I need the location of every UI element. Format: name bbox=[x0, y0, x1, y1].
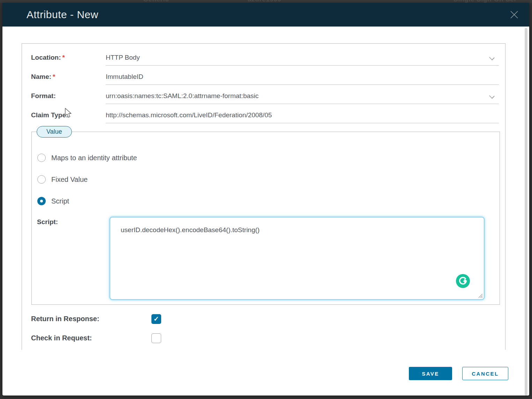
claim-type-label: Claim Type: bbox=[22, 110, 106, 119]
return-in-response-row: Return in Response: bbox=[22, 314, 505, 324]
dialog-title: Attribute - New bbox=[2, 9, 98, 21]
textarea-resize-handle[interactable] bbox=[477, 293, 483, 298]
check-in-request-row: Check in Request: bbox=[22, 333, 505, 343]
dialog-header: Attribute - New bbox=[2, 3, 529, 27]
radio-button-maps-to-identity[interactable] bbox=[37, 154, 46, 162]
background-text-fragment: Single Sign-On Ser bbox=[454, 0, 517, 3]
check-in-request-checkbox[interactable] bbox=[151, 333, 161, 343]
script-label: Script: bbox=[32, 217, 110, 300]
field-row-name: Name:* ImmutableID bbox=[22, 72, 505, 85]
dialog-body: Location:* HTTP Body Name:* ImmutableID … bbox=[2, 27, 529, 353]
location-label-text: Location: bbox=[31, 54, 61, 61]
field-row-location: Location:* HTTP Body bbox=[22, 53, 505, 66]
value-tab[interactable]: Value bbox=[37, 126, 72, 138]
name-label-text: Name: bbox=[31, 73, 51, 80]
value-section-panel: Value Maps to an identity attribute Fixe… bbox=[31, 132, 500, 305]
field-row-claim-type: Claim Type: http://schemas.microsoft.com… bbox=[22, 110, 505, 123]
format-select[interactable]: urn:oasis:names:tc:SAML:2.0:attrname-for… bbox=[106, 91, 499, 104]
script-textarea-container: userID.decodeHex().encodeBase64().toStri… bbox=[110, 217, 485, 300]
attribute-form-panel: Location:* HTTP Body Name:* ImmutableID … bbox=[22, 43, 505, 350]
radio-label: Fixed Value bbox=[51, 176, 88, 184]
format-label: Format: bbox=[22, 91, 106, 100]
radio-button-script[interactable] bbox=[37, 197, 46, 205]
location-value: HTTP Body bbox=[106, 54, 140, 61]
cancel-button[interactable]: CANCEL bbox=[462, 367, 508, 380]
grammarly-icon[interactable] bbox=[456, 274, 470, 288]
location-label: Location:* bbox=[22, 53, 106, 61]
claim-type-value: http://schemas.microsoft.com/LiveID/Fede… bbox=[106, 111, 272, 119]
name-value: ImmutableID bbox=[106, 73, 143, 80]
save-button[interactable]: SAVE bbox=[409, 367, 452, 380]
claim-type-label-text: Claim Type: bbox=[31, 111, 68, 119]
close-icon bbox=[509, 10, 519, 20]
close-button[interactable] bbox=[508, 9, 520, 21]
radio-row-fixed-value[interactable]: Fixed Value bbox=[37, 175, 500, 184]
field-row-format: Format: urn:oasis:names:tc:SAML:2.0:attr… bbox=[22, 91, 505, 104]
chevron-down-icon[interactable] bbox=[489, 93, 495, 99]
radio-label: Maps to an identity attribute bbox=[51, 154, 137, 162]
radio-label: Script bbox=[51, 197, 69, 205]
script-field-row: Script: userID.decodeHex().encodeBase64(… bbox=[32, 217, 500, 300]
chevron-down-icon[interactable] bbox=[489, 55, 495, 60]
background-text-fragment: azure1900 bbox=[248, 0, 281, 3]
radio-row-maps-to-identity[interactable]: Maps to an identity attribute bbox=[37, 154, 500, 162]
format-value: urn:oasis:names:tc:SAML:2.0:attrname-for… bbox=[106, 92, 258, 99]
return-in-response-label: Return in Response: bbox=[22, 315, 151, 323]
format-label-text: Format: bbox=[31, 92, 56, 99]
radio-row-script[interactable]: Script bbox=[37, 197, 500, 205]
dialog-footer: SAVE CANCEL bbox=[409, 367, 508, 380]
attribute-new-dialog: Attribute - New Location:* HTTP Body Nam… bbox=[2, 3, 529, 396]
required-asterisk: * bbox=[53, 73, 55, 80]
name-label: Name:* bbox=[22, 72, 106, 81]
dialog-scrollbar[interactable] bbox=[525, 28, 527, 396]
name-input[interactable]: ImmutableID bbox=[106, 72, 499, 85]
required-asterisk: * bbox=[62, 54, 65, 61]
claim-type-input[interactable]: http://schemas.microsoft.com/LiveID/Fede… bbox=[106, 110, 499, 123]
radio-button-fixed-value[interactable] bbox=[37, 175, 46, 184]
location-select[interactable]: HTTP Body bbox=[106, 53, 499, 66]
return-in-response-checkbox[interactable] bbox=[151, 314, 161, 324]
check-in-request-label: Check in Request: bbox=[22, 334, 151, 342]
background-text-fragment: Generic bbox=[143, 0, 169, 3]
dimmed-background-page: Generic azure1900 Single Sign-On Ser bbox=[0, 0, 532, 3]
script-textarea[interactable]: userID.decodeHex().encodeBase64().toStri… bbox=[110, 217, 485, 300]
